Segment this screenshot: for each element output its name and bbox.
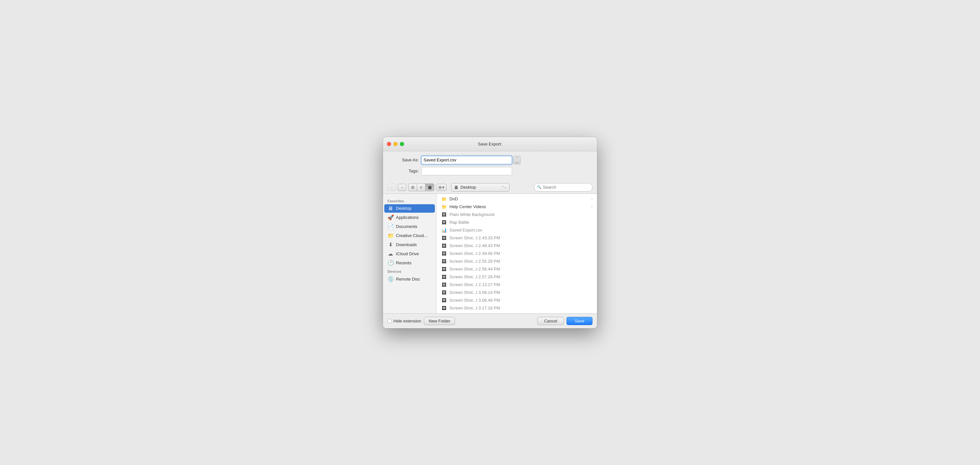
view-buttons: ⊞ ≡ ▦ xyxy=(408,184,434,191)
file-name: Screen Shot...t 2.13.27 PM xyxy=(449,282,500,287)
tags-label: Tags: xyxy=(390,169,418,173)
screenshot-icon: 🖼 xyxy=(441,274,447,280)
file-name: Saved Export.csv xyxy=(449,228,482,232)
screenshot-icon: 🖼 xyxy=(441,243,447,249)
list-icon: ≡ xyxy=(420,185,422,190)
file-list: 📁 DnD › 📁 Help Center Videos › 🖼 Plain W… xyxy=(436,194,597,313)
minimize-button[interactable] xyxy=(393,142,398,146)
file-item[interactable]: 🖼 Screen Shot...t 3.08.14 PM xyxy=(436,289,597,296)
location-chevrons-icon: ⌃⌄ xyxy=(501,185,506,189)
sidebar-item-downloads[interactable]: ⬇ Downloads xyxy=(384,240,435,249)
location-text: Desktop xyxy=(460,185,500,190)
sidebar-item-documents[interactable]: 📄 Documents xyxy=(384,222,435,231)
downloads-icon: ⬇ xyxy=(388,241,393,248)
save-as-input[interactable] xyxy=(421,156,512,164)
chevron-left-icon: ‹ xyxy=(391,185,392,189)
back-button[interactable]: ‹ xyxy=(388,184,396,191)
sidebar-item-desktop[interactable]: 🖥 Desktop xyxy=(384,204,435,213)
file-name: DnD xyxy=(449,197,458,201)
traffic-lights xyxy=(387,142,404,146)
creative-cloud-icon: 📁 xyxy=(388,232,393,239)
sidebar: Favorites 🖥 Desktop 🚀 Applications 📄 Doc… xyxy=(383,194,436,313)
recents-icon: 🕐 xyxy=(388,260,393,266)
expand-chevron-button[interactable]: ⌃⌄ xyxy=(513,156,520,164)
maximize-button[interactable] xyxy=(400,142,404,146)
file-item[interactable]: 🖼 Screen Shot...t 2.43.33 PM xyxy=(436,234,597,242)
grid-icon: ⊞ xyxy=(411,185,414,190)
chevron-right-icon: › xyxy=(401,185,403,189)
file-item[interactable]: 📁 DnD › xyxy=(436,195,597,203)
column-view-button[interactable]: ▦ xyxy=(425,184,434,191)
save-dialog: Save Export: Save As: ⌃⌄ Tags: ‹ › ⊞ xyxy=(383,137,597,328)
location-selector[interactable]: 🖥 Desktop ⌃⌄ xyxy=(451,183,509,192)
file-name: Rap Battle xyxy=(449,220,469,225)
file-item[interactable]: 🖼 Rap Battle xyxy=(436,219,597,226)
arrange-chevron-icon: ▾ xyxy=(442,185,444,190)
file-item[interactable]: 📁 Help Center Videos › xyxy=(436,203,597,211)
file-item[interactable]: 🖼 Screen Shot...t 2.55.29 PM xyxy=(436,257,597,265)
file-item[interactable]: 🖼 Screen Shot...t 3.17.16 PM xyxy=(436,304,597,312)
tags-input[interactable] xyxy=(421,167,512,175)
hide-extension-checkbox[interactable] xyxy=(388,319,392,323)
new-folder-button[interactable]: New Folder xyxy=(424,317,455,325)
file-item[interactable]: 🖼 Screen Shot...t 2.57.28 PM xyxy=(436,273,597,281)
file-name: Screen Shot...t 2.43.33 PM xyxy=(449,235,500,240)
file-name: Screen Shot...t 2.55.29 PM xyxy=(449,259,500,264)
cancel-button[interactable]: Cancel xyxy=(537,317,564,325)
forward-button[interactable]: › xyxy=(398,184,406,191)
close-button[interactable] xyxy=(387,142,391,146)
screenshot-icon: 🖼 xyxy=(441,251,447,257)
sidebar-item-label: Downloads xyxy=(396,242,417,247)
toolbar: ‹ › ⊞ ≡ ▦ ⊞ ▾ 🖥 Desktop ⌃⌄ 🔍 xyxy=(383,181,597,194)
title-bar: Save Export: xyxy=(383,137,597,151)
main-content: Favorites 🖥 Desktop 🚀 Applications 📄 Doc… xyxy=(383,194,597,313)
chevron-up-down-icon: ⌃⌄ xyxy=(515,157,518,164)
sidebar-item-label: iCloud Drive xyxy=(396,251,419,256)
devices-header: Devices xyxy=(383,268,436,274)
sidebar-item-label: Applications xyxy=(396,215,418,220)
file-item[interactable]: 🖼 Screen Shot...t 2.56.44 PM xyxy=(436,265,597,273)
chevron-right-icon: › xyxy=(592,205,592,208)
desktop-icon: 🖥 xyxy=(388,206,393,211)
icon-view-button[interactable]: ⊞ xyxy=(409,184,417,191)
screenshot-icon: 🖼 xyxy=(441,266,447,272)
chevron-right-icon: › xyxy=(592,197,592,201)
search-box: 🔍 xyxy=(534,183,592,192)
hide-extension-wrap: Hide extension xyxy=(388,318,421,323)
screenshot-icon: 🖼 xyxy=(441,290,447,296)
save-as-input-wrap: ⌃⌄ xyxy=(421,156,520,164)
hide-extension-label: Hide extension xyxy=(393,318,421,323)
file-item[interactable]: 🖼 Screen Shot...t 3.08.49 PM xyxy=(436,296,597,304)
file-name: Screen Shot...t 2.49.06 PM xyxy=(449,251,500,256)
screenshot-icon: 🖼 xyxy=(441,297,447,303)
file-item[interactable]: 🖼 Screen Shot...t 2.13.27 PM xyxy=(436,281,597,289)
sidebar-item-label: Creative Cloud... xyxy=(396,233,427,238)
search-input[interactable] xyxy=(543,185,590,190)
sidebar-item-creative-cloud[interactable]: 📁 Creative Cloud... xyxy=(384,231,435,240)
sidebar-item-recents[interactable]: 🕐 Recents xyxy=(384,259,435,267)
save-button[interactable]: Save xyxy=(566,317,592,325)
documents-icon: 📄 xyxy=(388,224,393,230)
arrange-grid-icon: ⊞ xyxy=(438,185,442,190)
file-item[interactable]: 🖼 Plain White Background xyxy=(436,211,597,219)
file-name: Plain White Background xyxy=(449,212,495,217)
sidebar-item-label: Remote Disc xyxy=(396,276,420,281)
file-item[interactable]: 🖼 Screen Shot...t 2.49.06 PM xyxy=(436,250,597,257)
applications-icon: 🚀 xyxy=(388,214,393,221)
sidebar-item-icloud[interactable]: ☁ iCloud Drive xyxy=(384,249,435,258)
list-view-button[interactable]: ≡ xyxy=(417,184,425,191)
file-name: Screen Shot...t 3.08.49 PM xyxy=(449,298,500,303)
sidebar-item-remote-disc[interactable]: 💿 Remote Disc xyxy=(384,275,435,283)
sidebar-item-applications[interactable]: 🚀 Applications xyxy=(384,213,435,222)
file-name: Screen Shot...t 2.57.28 PM xyxy=(449,274,500,279)
icloud-icon: ☁ xyxy=(388,251,393,257)
sidebar-item-label: Desktop xyxy=(396,206,412,211)
file-name: Screen Shot...t 3.17.16 PM xyxy=(449,305,500,310)
file-item[interactable]: 📊 Saved Export.csv xyxy=(436,226,597,234)
favorites-header: Favorites xyxy=(383,197,436,204)
file-name: Screen Shot...t 2.56.44 PM xyxy=(449,267,500,272)
file-item[interactable]: 🖼 Screen Shot...t 2.48.43 PM xyxy=(436,242,597,250)
screenshot-icon: 🖼 xyxy=(441,259,447,264)
file-name: Screen Shot...t 2.48.43 PM xyxy=(449,243,500,248)
arrange-button[interactable]: ⊞ ▾ xyxy=(436,184,447,191)
